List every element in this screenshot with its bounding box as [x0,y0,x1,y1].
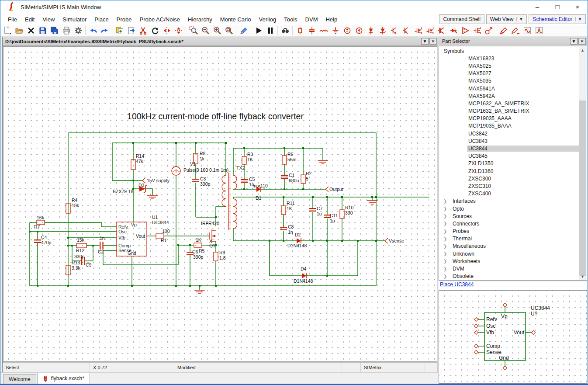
pause-simulation-icon[interactable] [264,25,276,36]
rotate-icon[interactable] [149,25,161,36]
place-npn-icon[interactable] [388,25,400,36]
chevron-right-icon[interactable]: ❯ [443,244,451,249]
tree-category-miscellaneous[interactable]: ❯Miscellaneous [439,243,579,250]
scroll-up-icon[interactable]: ▲ [579,47,586,54]
fixed-current-probe-icon[interactable] [533,25,545,36]
component-TX2[interactable] [222,173,237,230]
copy-icon[interactable] [114,25,125,36]
new-schematic-icon[interactable] [1,25,13,36]
part-item-max5027[interactable]: MAX5027 [439,70,579,77]
tree-category-unknown[interactable]: ❯Unknown [439,250,579,257]
chevron-right-icon[interactable]: ❯ [443,251,451,256]
part-item-mcp1632_ba_simetrix[interactable]: MCP1632_BA_SIMETRIX [439,108,579,115]
chevron-right-icon[interactable]: ❯ [443,274,451,279]
tree-category-connectors[interactable]: ❯Connectors [439,220,579,227]
schematic-window-close-icon[interactable]: ✕ [429,38,437,45]
undo-icon[interactable] [87,25,99,36]
component-ground-1[interactable] [194,290,205,294]
zoom-rect-icon[interactable] [187,25,199,36]
tree-category-sources[interactable]: ❯Sources [439,212,579,220]
place-ground-icon[interactable] [329,25,341,36]
component-D4[interactable] [302,273,306,278]
zoom-out-icon[interactable] [199,25,211,36]
find-part-icon[interactable] [279,25,291,36]
component-C2[interactable] [100,242,104,250]
part-item-zxld1360[interactable]: ZXLD1360 [439,167,579,175]
part-item-max16823[interactable]: MAX16823 [439,55,579,62]
mirror-horizontal-icon[interactable] [173,25,184,36]
menu-verilog[interactable]: Verilog [255,14,280,24]
part-item-mcp1632_aa_simetrix[interactable]: MCP1632_AA_SIMETRIX [439,100,579,107]
chevron-right-icon[interactable]: ❯ [443,236,451,241]
place-current-source-icon[interactable] [353,25,365,36]
minimize-button[interactable]: – [527,0,547,14]
place-thyristor-icon[interactable] [447,25,459,36]
part-item-uc3843[interactable]: UC3843 [439,137,579,145]
differential-probe-icon[interactable] [509,25,521,36]
schematic-window-titlebar[interactable]: D:\jrw\Documents\SIMetrix\Examples-83\SI… [3,37,438,46]
paste-icon[interactable] [125,25,137,36]
tab-flyback-sxsch-[interactable]: flyback.sxsch* [37,373,90,384]
schematic-window-menu-icon[interactable]: ▼ [421,38,429,45]
part-selector-menu-icon[interactable]: ▼ [570,38,578,45]
part-item-max5035[interactable]: MAX5035 [439,77,579,85]
place-opamp-icon[interactable] [459,25,471,36]
component-R6[interactable] [282,156,287,164]
chevron-right-icon[interactable]: ❯ [443,206,451,211]
place-zener-icon[interactable] [377,25,388,36]
place-igbt-icon[interactable] [436,25,447,36]
menu-place[interactable]: Place [90,14,113,24]
cut-icon[interactable] [137,25,149,36]
tree-category-worksheets[interactable]: ❯Worksheets [439,257,579,265]
print-icon[interactable] [60,25,72,36]
scroll-down-icon[interactable]: ▼ [579,273,586,281]
menu-view[interactable]: View [38,14,59,24]
part-item-uc3845[interactable]: UC3845 [439,153,579,160]
tree-category-probes[interactable]: ❯Probes [439,228,579,235]
web-view-button[interactable]: Web View▼ [486,14,527,24]
chevron-right-icon[interactable]: ❯ [443,267,451,271]
close-button[interactable]: × [567,0,588,14]
place-nmos-icon[interactable] [412,25,424,36]
tree-category-thermal[interactable]: ❯Thermal [439,235,579,243]
component-C7[interactable] [309,208,316,212]
run-simulation-icon[interactable] [252,25,264,36]
place-part-link[interactable]: Place UC3844 [440,281,474,288]
menu-edit[interactable]: Edit [21,14,38,24]
part-item-uc3844[interactable]: UC3844 [439,145,579,152]
component-C1[interactable] [281,175,288,179]
voltage-probe-icon[interactable] [498,25,509,36]
save-icon[interactable] [37,25,48,36]
part-item-mcp19035_aaaa[interactable]: MCP19035_AAAA [439,115,579,122]
menu-dvm[interactable]: DVM [301,14,322,24]
zoom-in-icon[interactable] [211,25,223,36]
part-item-mcp19035_baaa[interactable]: MCP19035_BAAA [439,122,579,130]
place-inductor-icon[interactable] [318,25,329,36]
component-R9[interactable] [214,252,218,261]
part-item-max5941a[interactable]: MAX5941A [439,85,579,92]
part-item-max5942a[interactable]: MAX5942A [439,92,579,100]
part-item-zxsc400[interactable]: ZXSC400 [439,190,579,198]
place-capacitor-icon[interactable] [306,25,318,36]
maximize-button[interactable]: □ [547,0,567,14]
zoom-fit-icon[interactable] [223,25,235,36]
open-file-icon[interactable] [13,25,25,36]
menu-probe-ac-noise[interactable]: Probe AC/Noise [135,14,184,24]
chevron-down-icon[interactable]: ▼ [575,17,582,21]
component-R14[interactable] [131,160,135,170]
part-item-uc3842[interactable]: UC3842 [439,130,579,137]
component-ground-2[interactable] [318,160,328,164]
place-diode-icon[interactable] [365,25,377,36]
chevron-right-icon[interactable]: ❯ [443,199,451,204]
tree-category-obsolete[interactable]: ❯Obsolete [439,273,579,280]
command-shell-button[interactable]: Command Shell [439,14,484,24]
fixed-voltage-probe-icon[interactable] [521,25,533,36]
redo-icon[interactable] [99,25,111,36]
part-tree-scrollbar[interactable]: ▲ ▼ [579,47,586,281]
tree-category-interfaces[interactable]: ❯Interfaces [439,198,579,205]
place-pmos-icon[interactable] [424,25,436,36]
place-voltage-source-icon[interactable] [341,25,353,36]
menu-tools[interactable]: Tools [280,14,301,24]
component-R3[interactable] [242,156,246,164]
component-C8[interactable] [280,227,287,230]
